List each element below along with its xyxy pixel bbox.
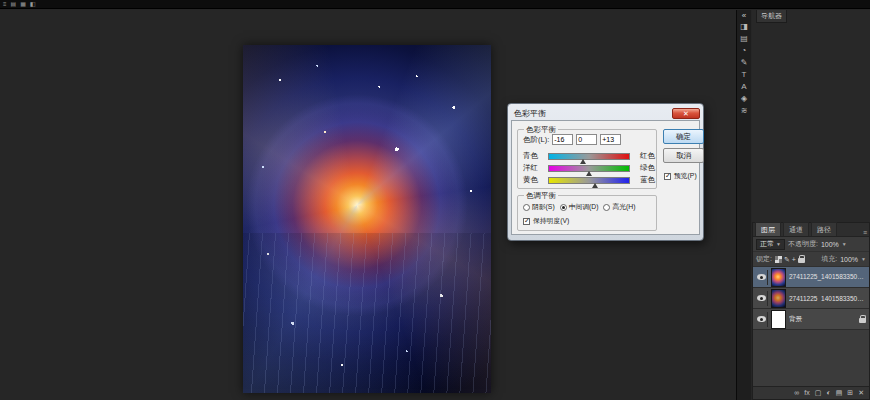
blue-label: 蓝色 [633, 175, 655, 185]
visibility-toggle[interactable] [755, 291, 768, 306]
history-panel-icon[interactable]: ✎ [738, 57, 751, 69]
light-streaks [243, 233, 491, 393]
midtones-label: 中间调(D) [569, 202, 599, 212]
lock-transparent-icon[interactable] [775, 256, 782, 263]
chevron-down-icon: ▼ [776, 241, 781, 247]
chevron-down-icon[interactable]: ▼ [861, 256, 866, 262]
split-view-icon[interactable]: ◧ [30, 1, 36, 7]
panel-menu-icon[interactable]: ≡ [863, 229, 867, 236]
opacity-value[interactable]: 100% [821, 241, 839, 248]
preserve-luminosity-checkbox[interactable]: 保持明度(V) [523, 216, 569, 226]
cancel-button[interactable]: 取消 [663, 148, 704, 163]
levels-label: 色阶(L): [523, 135, 549, 145]
dialog-body: 色彩平衡 色阶(L): 青色 红色 洋红 绿色 [511, 120, 700, 235]
midtones-radio[interactable]: 中间调(D) [560, 202, 599, 212]
lock-row: 锁定: ✎ + 填充: 100% ▼ [753, 252, 869, 267]
delete-layer-icon[interactable]: ✕ [858, 388, 864, 398]
character-panel-icon[interactable]: T [738, 69, 751, 81]
layer-name[interactable]: 27411225_1401583350000_2 [789, 295, 867, 302]
layers-panel-footer: ∞ fx ▢ ◐ ▤ ⊞ ✕ [753, 386, 869, 399]
preview-checkbox[interactable]: 预览(P) [664, 171, 697, 181]
new-group-icon[interactable]: ▤ [836, 388, 843, 398]
green-label: 绿色 [633, 163, 655, 173]
styles-panel-icon[interactable]: ◔ [738, 45, 751, 57]
close-icon[interactable]: ✕ [672, 108, 700, 119]
magenta-green-slider[interactable] [548, 165, 630, 172]
swatches-panel-icon[interactable]: ▤ [738, 33, 751, 45]
level-input-2[interactable] [576, 134, 597, 145]
visibility-toggle[interactable] [755, 312, 768, 327]
cyan-label: 青色 [523, 151, 545, 161]
layer-style-icon[interactable]: fx [804, 388, 809, 398]
group-title: 色调平衡 [524, 191, 558, 201]
info-panel-icon[interactable]: ◈ [738, 93, 751, 105]
lock-label: 锁定: [756, 254, 772, 264]
paragraph-panel-icon[interactable]: A [738, 81, 751, 93]
tab-navigator[interactable]: 导航器 [756, 10, 787, 23]
color-panel-icon[interactable]: ◨ [738, 21, 751, 33]
slider-thumb[interactable] [592, 183, 598, 188]
layer-name[interactable]: 背景 [789, 315, 856, 324]
layer-row-2[interactable]: 27411225_1401583350000_2 [753, 288, 869, 309]
layers-panel-tabs: 图层 通道 路径 ≡ [753, 223, 869, 237]
ok-button[interactable]: 确定 [663, 129, 704, 144]
collapse-panels-icon[interactable]: « [742, 11, 746, 21]
highlights-radio[interactable]: 高光(H) [603, 202, 635, 212]
lock-buttons: ✎ + [775, 255, 805, 263]
lock-move-icon[interactable]: + [792, 256, 796, 263]
color-balance-dialog: 色彩平衡 ✕ 色彩平衡 色阶(L): 青色 红色 洋红 [507, 103, 704, 241]
collapsed-panel-strip: « ◨ ▤ ◔ ✎ T A ◈ ≋ [736, 10, 751, 400]
lock-paint-icon[interactable]: ✎ [784, 256, 790, 263]
blend-mode-row: 正常 ▼ 不透明度: 100% ▼ [753, 237, 869, 252]
eye-icon [757, 316, 766, 322]
yellow-blue-slider[interactable] [548, 177, 630, 184]
layer-thumbnail[interactable] [771, 289, 786, 308]
layer-row-1[interactable]: 27411225_1401583350000_2 拷贝 [753, 267, 869, 288]
photoshop-window: ≡ ▤ ▦ ◧ « ◨ ▤ ◔ ✎ T A ◈ ≋ 导航器 图层 通道 路径 ≡ [0, 0, 870, 400]
level-input-3[interactable] [600, 134, 621, 145]
radio-icon [603, 204, 610, 211]
add-mask-icon[interactable]: ▢ [815, 388, 822, 398]
link-layers-icon[interactable]: ∞ [794, 388, 799, 398]
fill-value[interactable]: 100% [840, 256, 858, 263]
eye-icon [757, 274, 766, 280]
preserve-luminosity-label: 保持明度(V) [533, 216, 569, 226]
blend-mode-select[interactable]: 正常 ▼ [756, 239, 785, 250]
tab-channels[interactable]: 通道 [783, 222, 809, 236]
visibility-toggle[interactable] [755, 270, 768, 285]
background-lock-icon [859, 318, 866, 323]
cyan-red-slider-row: 青色 红色 [523, 151, 655, 161]
actions-panel-icon[interactable]: ≋ [738, 105, 751, 117]
lock-all-icon[interactable] [798, 258, 805, 263]
tab-paths[interactable]: 路径 [811, 222, 837, 236]
tab-layers[interactable]: 图层 [755, 222, 781, 236]
radio-icon [560, 204, 567, 211]
layer-name[interactable]: 27411225_1401583350000_2 拷贝 [789, 273, 867, 282]
dialog-title: 色彩平衡 [511, 108, 546, 119]
checkbox-icon [523, 218, 530, 225]
adjustment-layer-icon[interactable]: ◐ [826, 388, 830, 398]
radio-icon [523, 204, 530, 211]
new-layer-icon[interactable]: ⊞ [847, 388, 853, 398]
red-label: 红色 [633, 151, 655, 161]
layer-thumbnail[interactable] [771, 268, 786, 287]
tone-balance-group: 色调平衡 阴影(S) 中间调(D) 高光(H) [517, 195, 657, 231]
chevron-down-icon[interactable]: ▼ [842, 241, 847, 247]
menu-icon[interactable]: ≡ [3, 1, 7, 7]
grid-view-icon[interactable]: ▤ [11, 1, 17, 7]
layer-row-background[interactable]: 背景 [753, 309, 869, 330]
layout-view-icon[interactable]: ▦ [20, 1, 26, 7]
highlights-label: 高光(H) [612, 202, 635, 212]
magenta-green-slider-row: 洋红 绿色 [523, 163, 655, 173]
layer-thumbnail[interactable] [771, 310, 786, 329]
shadows-label: 阴影(S) [532, 202, 555, 212]
opacity-label: 不透明度: [788, 239, 818, 249]
yellow-blue-slider-row: 黄色 蓝色 [523, 175, 655, 185]
level-input-1[interactable] [552, 134, 573, 145]
cyan-red-slider[interactable] [548, 153, 630, 160]
blend-mode-value: 正常 [760, 239, 774, 249]
shadows-radio[interactable]: 阴影(S) [523, 202, 555, 212]
document-image[interactable] [243, 45, 491, 393]
top-menubar: ≡ ▤ ▦ ◧ [0, 0, 870, 9]
dialog-titlebar[interactable]: 色彩平衡 ✕ [511, 106, 700, 120]
